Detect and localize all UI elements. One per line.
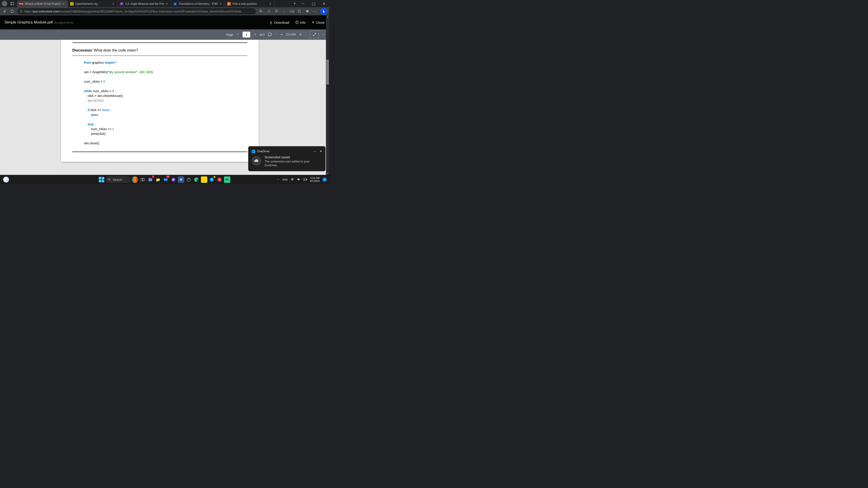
profile-avatar[interactable] bbox=[2, 1, 7, 6]
info-button[interactable]: Info bbox=[295, 21, 306, 24]
browser-tab[interactable]: CPost a new question✕ bbox=[225, 0, 275, 7]
new-tab-button[interactable]: + bbox=[291, 1, 298, 6]
tab-favicon: Q bbox=[174, 2, 177, 6]
toast-close-icon[interactable]: ✕ bbox=[320, 150, 322, 153]
url-host: puc.instructure.com bbox=[33, 10, 59, 13]
address-bar: https://puc.instructure.com/courses/3386… bbox=[0, 7, 329, 15]
scroll-down-arrow[interactable]: ▼ bbox=[326, 172, 329, 175]
discussion-heading: Discussion: What does the code mean? bbox=[72, 48, 247, 53]
window-close-button[interactable]: ✕ bbox=[319, 0, 329, 7]
more-icon[interactable]: ⋯● bbox=[311, 8, 319, 15]
taskbar-clipchamp-icon[interactable] bbox=[170, 176, 177, 183]
tab-label: OpenGameArt.org bbox=[75, 2, 111, 5]
extensions-icon[interactable] bbox=[273, 8, 280, 15]
tray-wifi-icon[interactable] bbox=[290, 178, 294, 182]
svg-rect-12 bbox=[143, 178, 145, 181]
refresh-button[interactable] bbox=[8, 8, 16, 15]
toast-app-name: OneDrive bbox=[257, 150, 270, 153]
tray-volume-icon[interactable] bbox=[297, 178, 301, 182]
tab-label: Foundations of Geometry - 9780 bbox=[179, 2, 218, 5]
weather-widget[interactable] bbox=[3, 177, 9, 183]
pdf-header-bar: Simple Graphics Module.pdf Assignments D… bbox=[0, 15, 329, 29]
tab-close-icon[interactable]: ✕ bbox=[165, 2, 168, 5]
scroll-up-arrow[interactable]: ▲ bbox=[326, 15, 329, 18]
onedrive-notification[interactable]: OneDrive ⋯ ✕ Screenshot saved The screen… bbox=[248, 146, 326, 171]
tray-chevron-icon[interactable] bbox=[277, 178, 280, 181]
collections-icon[interactable] bbox=[296, 8, 303, 15]
close-pdf-button[interactable]: ✕ Close bbox=[312, 20, 324, 24]
zoom-out-button[interactable]: − bbox=[280, 32, 283, 37]
sidebar-toggle-icon[interactable] bbox=[9, 1, 15, 6]
browser-tab[interactable]: P3.4: Angle Measure and the Prot✕ bbox=[118, 0, 171, 7]
tray-notification-badge[interactable]: 20 bbox=[322, 177, 327, 182]
taskbar-search[interactable]: Search bbox=[105, 176, 130, 183]
taskbar-store-icon[interactable] bbox=[186, 176, 192, 183]
pdf-title: Simple Graphics Module.pdf bbox=[4, 20, 53, 25]
rotate-button[interactable] bbox=[268, 32, 272, 37]
zoom-label: ZOOM bbox=[286, 33, 296, 36]
start-button[interactable] bbox=[99, 177, 104, 182]
window-minimize-button[interactable]: ─ bbox=[298, 0, 308, 7]
tab-close-icon[interactable]: ✕ bbox=[112, 2, 115, 5]
tray-language[interactable]: ENG bbox=[282, 178, 288, 181]
svg-rect-11 bbox=[141, 178, 143, 181]
prev-page-button[interactable] bbox=[236, 33, 239, 37]
tab-close-icon[interactable]: ✕ bbox=[269, 2, 272, 5]
taskbar-explorer-icon[interactable]: 📁 bbox=[155, 176, 161, 183]
favorites-icon[interactable]: ✩≡ bbox=[288, 8, 296, 15]
cloud-check-icon bbox=[252, 156, 261, 166]
tab-favicon: C bbox=[227, 2, 231, 6]
fullscreen-button[interactable] bbox=[310, 31, 319, 39]
toolbar-more-icon[interactable]: ⋮ bbox=[322, 33, 326, 36]
browser-tab[interactable]: OpenGameArt.org✕ bbox=[68, 0, 118, 7]
taskbar-widgets-icon[interactable] bbox=[132, 176, 138, 183]
download-button[interactable]: Download bbox=[269, 21, 289, 24]
taskbar-mail-icon[interactable]: 12 bbox=[162, 176, 169, 183]
next-page-button[interactable] bbox=[253, 33, 256, 37]
browser-tab[interactable]: PUCWhack-a-Mole! (Final Project)✕ bbox=[17, 0, 68, 7]
window-maximize-button[interactable]: ▢ bbox=[308, 0, 319, 7]
tray-battery-icon[interactable] bbox=[303, 178, 307, 181]
back-button[interactable] bbox=[1, 8, 8, 15]
browser-tab[interactable]: QFoundations of Geometry - 9780✕ bbox=[171, 0, 225, 7]
taskbar-word-icon[interactable]: W bbox=[178, 176, 184, 183]
toast-body: The screenshot was added to your OneDriv… bbox=[265, 160, 322, 167]
tab-favicon: P bbox=[120, 2, 123, 6]
tab-close-icon[interactable]: ✕ bbox=[219, 2, 222, 5]
zoom-in-button[interactable]: + bbox=[299, 32, 302, 37]
tab-favicon bbox=[70, 2, 74, 6]
read-aloud-icon[interactable]: A» bbox=[257, 8, 265, 15]
svg-rect-28 bbox=[307, 179, 307, 180]
taskbar-edge-icon[interactable] bbox=[193, 176, 199, 183]
vertical-scrollbar[interactable]: ▲ ▼ bbox=[326, 15, 329, 175]
taskbar-notes-icon[interactable] bbox=[201, 176, 207, 183]
code-block: from graphics import * win = GraphWin("M… bbox=[84, 60, 247, 146]
taskbar-help-icon[interactable]: ? bbox=[209, 176, 215, 183]
url-path: /courses/3386594/assignments/35215990?re… bbox=[59, 10, 243, 13]
bing-chat-button[interactable] bbox=[320, 8, 328, 15]
pdf-page-1: Discussion: What does the code mean? fro… bbox=[61, 40, 258, 162]
toast-more-icon[interactable]: ⋯ bbox=[313, 150, 316, 153]
favorite-star-icon[interactable]: ✩ bbox=[265, 8, 273, 15]
svg-point-14 bbox=[149, 177, 150, 179]
scrollbar-thumb[interactable] bbox=[326, 60, 329, 85]
browser-titlebar: PUCWhack-a-Mole! (Final Project)✕OpenGam… bbox=[0, 0, 329, 7]
svg-text:?: ? bbox=[211, 178, 213, 182]
tab-label: Post a new question bbox=[232, 2, 268, 5]
svg-rect-13 bbox=[149, 178, 152, 182]
taskbar-taskview-icon[interactable] bbox=[140, 176, 146, 183]
svg-point-9 bbox=[108, 178, 110, 180]
taskbar-teams-icon[interactable]: 1 bbox=[147, 176, 153, 183]
tray-clock[interactable]: 5:55 PM 6/1/2023 bbox=[310, 177, 320, 183]
tab-close-icon[interactable]: ✕ bbox=[62, 2, 65, 5]
page-number-input[interactable] bbox=[243, 32, 250, 37]
url-field[interactable]: https://puc.instructure.com/courses/3386… bbox=[17, 8, 256, 14]
svg-point-23 bbox=[219, 179, 220, 180]
taskbar-pycharm-icon[interactable]: PC bbox=[224, 176, 230, 183]
svg-rect-27 bbox=[303, 178, 307, 180]
tab-favicon: PUC bbox=[20, 2, 23, 6]
lock-icon bbox=[20, 9, 23, 13]
svg-line-10 bbox=[110, 180, 110, 181]
performance-icon[interactable]: ❤ bbox=[303, 8, 311, 15]
taskbar-chrome-icon[interactable] bbox=[216, 176, 223, 183]
